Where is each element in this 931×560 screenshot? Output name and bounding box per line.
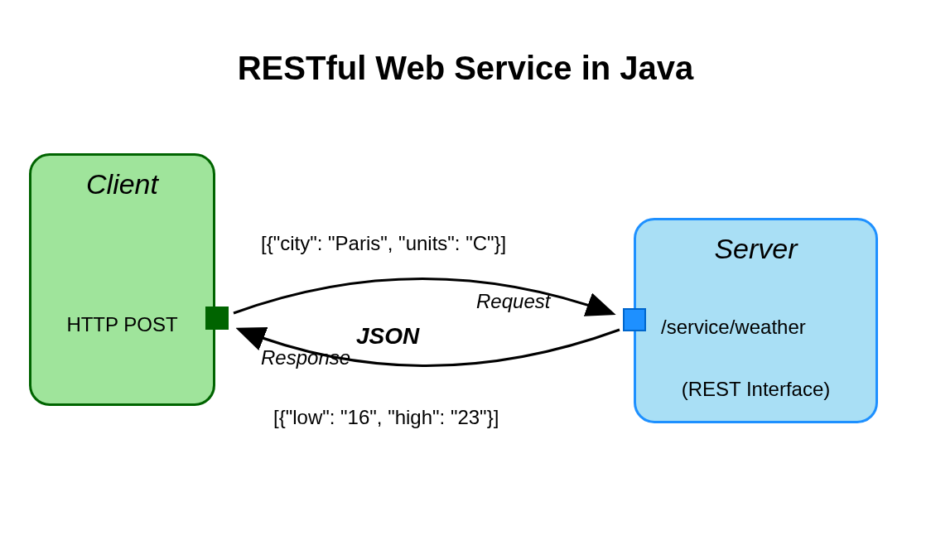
server-label: Server (636, 233, 876, 265)
format-label: JSON (356, 323, 419, 350)
request-payload: [{"city": "Paris", "units": "C"}] (261, 232, 506, 255)
diagram-title: RESTful Web Service in Java (0, 50, 931, 87)
request-arrow (234, 279, 611, 314)
response-label: Response (261, 346, 350, 369)
client-node: Client HTTP POST (29, 153, 215, 406)
server-node: Server /service/weather (REST Interface) (634, 218, 878, 423)
client-label: Client (31, 168, 213, 200)
request-label: Request (476, 290, 550, 313)
response-payload: [{"low": "16", "high": "23"}] (273, 406, 499, 429)
server-endpoint: /service/weather (661, 316, 806, 339)
client-port (205, 307, 229, 330)
server-port (623, 308, 646, 331)
client-protocol: HTTP POST (31, 313, 213, 336)
server-interface: (REST Interface) (636, 378, 876, 401)
